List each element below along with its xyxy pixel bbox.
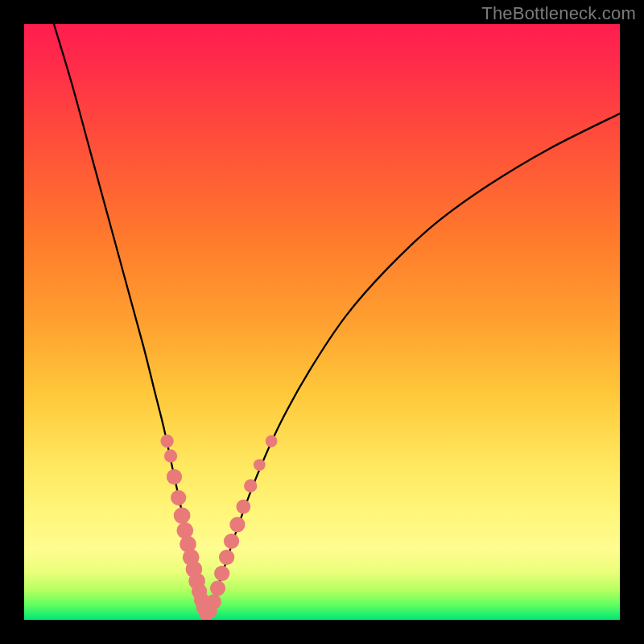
highlight-point bbox=[219, 550, 234, 565]
highlight-point bbox=[176, 522, 193, 539]
highlight-point bbox=[224, 534, 239, 549]
highlight-point bbox=[214, 566, 229, 581]
plot-area bbox=[24, 24, 620, 620]
highlight-point bbox=[174, 507, 191, 524]
highlight-point bbox=[229, 517, 245, 532]
marker-group bbox=[160, 435, 277, 620]
curve-group bbox=[54, 24, 620, 614]
highlight-point bbox=[254, 459, 266, 471]
highlight-point bbox=[167, 469, 182, 485]
highlight-point bbox=[236, 500, 250, 514]
chart-frame: TheBottleneck.com bbox=[0, 0, 644, 644]
bottleneck-curve-right-branch bbox=[206, 114, 620, 614]
watermark-text: TheBottleneck.com bbox=[481, 3, 636, 24]
highlight-point bbox=[206, 594, 221, 609]
highlight-point bbox=[266, 436, 278, 448]
highlight-point bbox=[244, 479, 257, 492]
highlight-point bbox=[164, 449, 177, 462]
chart-svg bbox=[24, 24, 620, 620]
highlight-point bbox=[210, 580, 225, 596]
highlight-point bbox=[171, 490, 186, 506]
highlight-point bbox=[160, 435, 173, 448]
